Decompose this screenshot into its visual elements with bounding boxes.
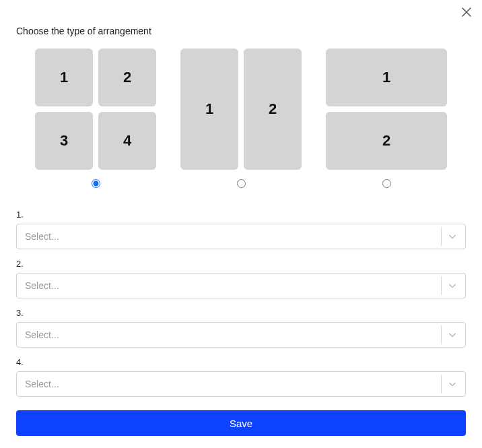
close-button[interactable] [462,7,471,19]
field-3: 3. Select... [16,308,466,348]
close-icon [462,6,471,20]
field-4: 4. Select... [16,357,466,397]
arrangement-preview-grid: 1 2 3 4 [35,49,156,170]
arrangement-option-grid: 1 2 3 4 [35,49,156,188]
arrangement-option-rows: 1 2 [326,49,447,188]
preview-cell: 1 [326,49,447,106]
select-placeholder: Select... [25,379,59,389]
select-3[interactable]: Select... [16,322,466,348]
arrangement-radio-columns[interactable] [237,179,246,188]
field-label: 2. [16,259,466,269]
arrangement-radio-grid[interactable] [92,179,100,188]
preview-cell: 4 [98,112,156,170]
preview-cell: 2 [98,49,156,106]
select-placeholder: Select... [25,329,59,340]
arrangement-radio-rows[interactable] [382,179,391,188]
field-label: 1. [16,210,466,220]
arrangement-preview-rows: 1 2 [326,49,447,170]
field-label: 4. [16,357,466,367]
select-placeholder: Select... [25,231,59,242]
arrangement-options: 1 2 3 4 1 2 1 2 [16,49,466,188]
field-2: 2. Select... [16,259,466,298]
preview-cell: 3 [35,112,93,170]
chevron-down-icon [441,375,462,393]
preview-cell: 2 [244,49,302,170]
preview-cell: 2 [326,112,447,170]
select-placeholder: Select... [25,280,59,291]
chevron-down-icon [441,276,462,295]
arrangement-preview-columns: 1 2 [180,49,302,170]
chevron-down-icon [441,227,462,246]
preview-cell: 1 [35,49,93,106]
field-1: 1. Select... [16,210,466,249]
select-2[interactable]: Select... [16,273,466,298]
field-label: 3. [16,308,466,318]
chevron-down-icon [441,325,462,344]
arrangement-option-columns: 1 2 [180,49,302,188]
field-selectors: 1. Select... 2. Select... 3. Select... 4… [16,210,466,397]
select-4[interactable]: Select... [16,371,466,397]
select-1[interactable]: Select... [16,224,466,249]
save-button[interactable]: Save [16,410,466,436]
preview-cell: 1 [180,49,238,170]
dialog-title: Choose the type of arrangement [16,26,466,36]
